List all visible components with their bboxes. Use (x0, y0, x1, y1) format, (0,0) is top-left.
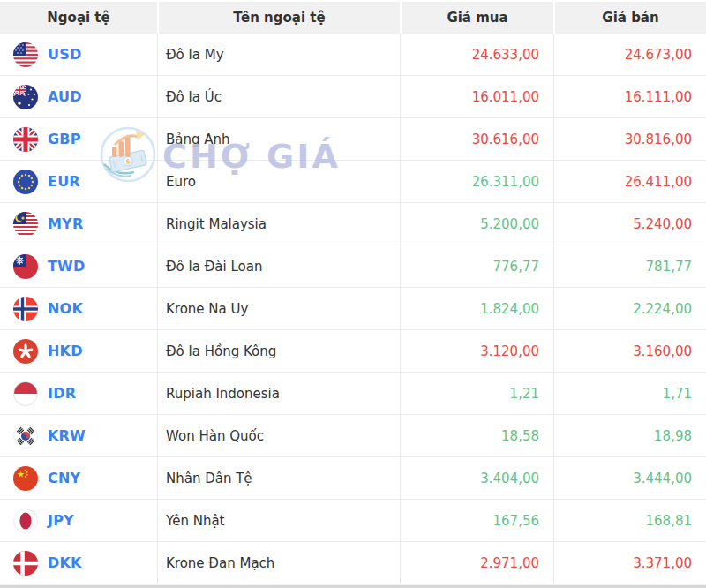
flag-aud-icon (13, 85, 38, 109)
sell-price: 3.160,00 (553, 330, 706, 372)
sell-price: 168,81 (553, 500, 706, 541)
currency-code-link[interactable]: TWD (48, 258, 85, 275)
flag-twd-icon (13, 254, 38, 279)
buy-price: 1,21 (400, 373, 553, 414)
buy-price: 1.824,00 (400, 288, 553, 329)
table-row[interactable]: MYR Ringit Malaysia 5.200,00 5.240,00 (0, 203, 706, 245)
sell-price: 16.111,00 (553, 76, 706, 117)
currency-name: Rupiah Indonesia (157, 373, 400, 414)
buy-price: 3.404,00 (400, 457, 553, 499)
currency-code-link[interactable]: CNY (48, 470, 80, 486)
exchange-rate-page: Ngoại tệ Tên ngoại tệ Giá mua Giá bán US… (0, 0, 706, 588)
sell-price: 5.240,00 (553, 203, 706, 245)
currency-code-link[interactable]: JPY (48, 512, 74, 529)
exchange-rate-table: Ngoại tệ Tên ngoại tệ Giá mua Giá bán US… (0, 0, 706, 588)
currency-name: Đô la Đài Loan (157, 245, 400, 287)
currency-name: Won Hàn Quốc (157, 415, 400, 456)
sell-price: 18,98 (553, 415, 706, 456)
buy-price: 5.200,00 (400, 203, 553, 245)
currency-code-link[interactable]: GBP (48, 131, 81, 147)
currency-code-link[interactable]: NOK (48, 300, 83, 317)
flag-usd-icon (13, 42, 38, 67)
flag-idr-icon (13, 381, 38, 406)
table-row[interactable]: HKD Đô la Hồng Kông 3.120,00 3.160,00 (0, 330, 706, 373)
flag-krw-icon (13, 424, 38, 449)
header-buy: Giá mua (400, 2, 553, 34)
currency-code-link[interactable]: HKD (48, 343, 83, 359)
table-row[interactable]: KRW Won Hàn Quốc 18,58 18,98 (0, 415, 706, 457)
table-row[interactable]: NOK Krone Na Uy 1.824,00 2.224,00 (0, 288, 706, 330)
currency-name: Đô la Mỹ (157, 34, 400, 75)
sell-price: 30.816,00 (553, 118, 706, 160)
buy-price: 16.011,00 (400, 76, 553, 117)
sell-price: 781,77 (553, 245, 706, 287)
flag-cny-icon (13, 466, 38, 491)
buy-price: 26.311,00 (400, 161, 553, 202)
flag-myr-icon (13, 212, 38, 237)
sell-price: 2.224,00 (553, 288, 706, 329)
currency-code-link[interactable]: EUR (48, 173, 80, 190)
buy-price: 776,77 (400, 245, 553, 287)
currency-code-link[interactable]: MYR (48, 215, 83, 232)
header-currency: Ngoại tệ (0, 2, 157, 34)
table-row[interactable]: JPY Yên Nhật 167,56 168,81 (0, 500, 706, 542)
flag-gbp-icon (13, 127, 38, 152)
currency-name: Ringit Malaysia (157, 203, 400, 245)
buy-price: 167,56 (400, 500, 553, 541)
next-section-edge (0, 584, 706, 588)
table-row[interactable]: TWD Đô la Đài Loan 776,77 781,77 (0, 245, 706, 288)
buy-price: 2.971,00 (400, 542, 553, 584)
currency-name: Yên Nhật (157, 500, 400, 541)
currency-name: Nhân Dân Tệ (157, 457, 400, 499)
currency-name: Bảng Anh (157, 118, 400, 160)
table-header-row: Ngoại tệ Tên ngoại tệ Giá mua Giá bán (0, 0, 706, 34)
currency-name: Krone Na Uy (157, 288, 400, 329)
flag-nok-icon (13, 297, 38, 321)
sell-price: 3.444,00 (553, 457, 706, 499)
flag-eur-icon (13, 170, 38, 194)
flag-hkd-icon (13, 339, 38, 364)
sell-price: 1,71 (553, 373, 706, 414)
currency-name: Đô la Úc (157, 76, 400, 117)
buy-price: 18,58 (400, 415, 553, 456)
sell-price: 26.411,00 (553, 161, 706, 202)
table-row[interactable]: EUR Euro 26.311,00 26.411,00 (0, 161, 706, 203)
header-sell: Giá bán (553, 2, 706, 34)
currency-code-link[interactable]: IDR (48, 385, 76, 402)
sell-price: 24.673,00 (553, 34, 706, 75)
currency-code-link[interactable]: KRW (48, 427, 86, 444)
table-row[interactable]: GBP Bảng Anh 30.616,00 30.816,00 (0, 118, 706, 161)
table-row[interactable]: AUD Đô la Úc 16.011,00 16.111,00 (0, 76, 706, 118)
flag-dkk-icon (13, 551, 38, 576)
buy-price: 3.120,00 (400, 330, 553, 372)
currency-code-link[interactable]: DKK (48, 554, 82, 571)
currency-code-link[interactable]: USD (48, 46, 81, 63)
flag-jpy-icon (13, 509, 38, 533)
currency-name: Krone Đan Mạch (157, 542, 400, 584)
buy-price: 24.633,00 (400, 34, 553, 75)
table-row[interactable]: CNY Nhân Dân Tệ 3.404,00 3.444,00 (0, 457, 706, 500)
currency-name: Đô la Hồng Kông (157, 330, 400, 372)
currency-name: Euro (157, 161, 400, 202)
table-row[interactable]: USD Đô la Mỹ 24.633,00 24.673,00 (0, 34, 706, 76)
currency-code-link[interactable]: AUD (48, 88, 82, 105)
table-row[interactable]: IDR Rupiah Indonesia 1,21 1,71 (0, 373, 706, 415)
table-row[interactable]: DKK Krone Đan Mạch 2.971,00 3.371,00 (0, 542, 706, 584)
buy-price: 30.616,00 (400, 118, 553, 160)
header-name: Tên ngoại tệ (157, 2, 400, 34)
sell-price: 3.371,00 (553, 542, 706, 584)
